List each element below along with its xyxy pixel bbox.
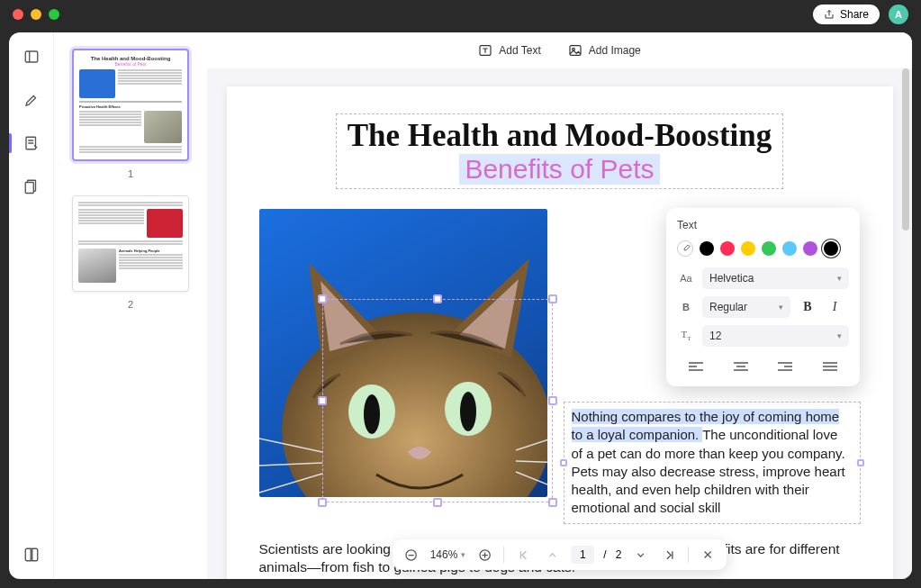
- image-icon: [568, 43, 582, 58]
- resize-handle-bl[interactable]: [318, 498, 327, 507]
- book-icon[interactable]: [22, 545, 41, 565]
- thumbnail-number-2: 2: [67, 299, 194, 310]
- image-selection[interactable]: [322, 299, 553, 502]
- share-icon: [824, 9, 835, 20]
- close-bar-button[interactable]: [698, 545, 718, 565]
- color-custom[interactable]: [824, 241, 838, 256]
- body-text-box[interactable]: Nothing compares to the joy of coming ho…: [564, 402, 861, 524]
- left-rail: [9, 32, 54, 579]
- font-select[interactable]: Helvetica▾: [702, 267, 849, 289]
- resize-handle-br[interactable]: [548, 498, 557, 507]
- main-area: Add Text Add Image The Health and Mood-B…: [207, 32, 912, 579]
- zoom-select[interactable]: 146%▾: [430, 548, 466, 561]
- svg-rect-8: [570, 46, 581, 56]
- first-page-button[interactable]: [513, 545, 533, 565]
- chevron-down-icon: ▾: [779, 303, 783, 312]
- next-page-button[interactable]: [630, 545, 650, 565]
- align-right-button[interactable]: [768, 357, 802, 377]
- align-center-button[interactable]: [724, 357, 758, 377]
- size-select[interactable]: 12▾: [702, 325, 849, 347]
- close-window[interactable]: [13, 9, 23, 20]
- italic-button[interactable]: I: [825, 297, 844, 317]
- zoom-out-button[interactable]: [402, 545, 421, 565]
- prev-page-button[interactable]: [542, 545, 562, 565]
- highlighter-icon[interactable]: [22, 90, 41, 110]
- svg-rect-0: [25, 51, 38, 62]
- thumbnail-number-1: 1: [67, 168, 194, 179]
- titlebar: Share A: [0, 0, 921, 29]
- textbox-handle-right[interactable]: [857, 459, 864, 466]
- resize-handle-mr[interactable]: [548, 396, 557, 405]
- editor-viewport[interactable]: The Health and Mood-Boosting Benefits of…: [207, 68, 912, 579]
- resize-handle-tr[interactable]: [548, 294, 557, 303]
- maximize-window[interactable]: [49, 9, 59, 20]
- pages-icon[interactable]: [22, 176, 41, 196]
- chevron-down-icon: ▾: [461, 550, 465, 559]
- add-image-button[interactable]: Add Image: [568, 43, 641, 58]
- last-page-button[interactable]: [659, 545, 679, 565]
- edit-text-icon[interactable]: [22, 133, 41, 153]
- page-input[interactable]: [571, 546, 594, 564]
- chevron-down-icon: ▾: [837, 274, 842, 283]
- eyedropper-button[interactable]: [677, 240, 693, 257]
- resize-handle-bm[interactable]: [433, 498, 442, 507]
- svg-rect-6: [25, 183, 33, 194]
- cat-image[interactable]: [259, 209, 547, 497]
- color-blue[interactable]: [782, 241, 797, 256]
- zoom-in-button[interactable]: [474, 545, 494, 565]
- page-title: The Health and Mood-Boosting: [348, 118, 772, 154]
- title-text-box[interactable]: The Health and Mood-Boosting Benefits of…: [336, 113, 784, 189]
- thumbnail-panel: The Health and Mood-Boosting Benefits of…: [54, 32, 207, 579]
- toolbar: Add Text Add Image: [207, 32, 912, 68]
- color-black[interactable]: [700, 241, 714, 256]
- resize-handle-ml[interactable]: [318, 396, 327, 405]
- resize-handle-tm[interactable]: [433, 294, 442, 303]
- page-subtitle: Benefits of Pets: [459, 154, 659, 185]
- page-separator: /: [603, 548, 606, 561]
- add-image-label: Add Image: [589, 44, 641, 57]
- thumbnail-page-2[interactable]: Animals Helping People: [72, 195, 189, 292]
- avatar[interactable]: A: [889, 5, 908, 24]
- bottom-bar: 146%▾ / 2: [393, 539, 727, 570]
- minimize-window[interactable]: [31, 9, 41, 20]
- textbox-handle-left[interactable]: [560, 459, 567, 466]
- scrollbar[interactable]: [902, 68, 909, 231]
- add-text-button[interactable]: Add Text: [478, 43, 540, 58]
- size-label: TT: [677, 329, 695, 342]
- panel-title: Text: [677, 219, 849, 231]
- color-row: [677, 240, 849, 257]
- weight-select[interactable]: Regular▾: [702, 296, 790, 318]
- bold-button[interactable]: B: [798, 297, 817, 317]
- align-left-button[interactable]: [679, 357, 713, 377]
- share-button[interactable]: Share: [813, 5, 880, 24]
- weight-label: B: [677, 302, 695, 312]
- color-purple[interactable]: [803, 241, 817, 256]
- share-label: Share: [840, 8, 869, 21]
- align-justify-button[interactable]: [813, 357, 847, 377]
- color-pink[interactable]: [720, 241, 735, 256]
- text-icon: [478, 43, 492, 58]
- thumbnail-page-1[interactable]: The Health and Mood-Boosting Benefits of…: [72, 49, 189, 161]
- window-controls: [13, 9, 59, 20]
- panel-toggle-icon[interactable]: [22, 47, 41, 67]
- color-green[interactable]: [762, 241, 776, 256]
- resize-handle-tl[interactable]: [318, 294, 327, 303]
- add-text-label: Add Text: [499, 44, 540, 57]
- page-total: 2: [616, 548, 622, 561]
- font-label: Aa: [677, 273, 695, 284]
- text-properties-panel: Text Aa Helvetica▾: [666, 208, 860, 386]
- color-yellow[interactable]: [741, 241, 755, 256]
- chevron-down-icon: ▾: [837, 331, 842, 340]
